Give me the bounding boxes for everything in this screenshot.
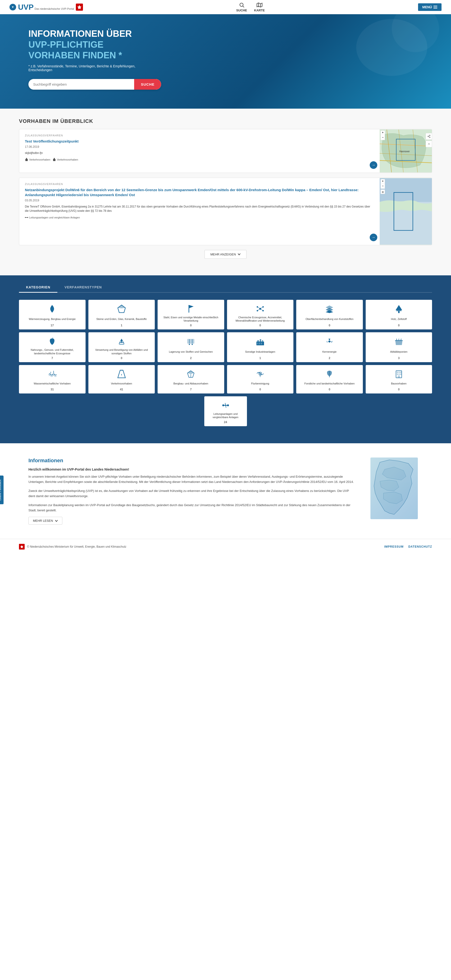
water-icon	[48, 369, 57, 379]
cat-label-0: Wärmeerzeugung, Bergbau und Energie	[28, 316, 76, 323]
card-2-map-svg: + − ⊞	[380, 178, 432, 245]
logo-subtitle-line2: UVP-Portal	[61, 7, 74, 10]
cat-card-11[interactable]: Abfalldeponien 3	[366, 332, 432, 362]
svg-line-2	[243, 6, 244, 7]
cat-card-4[interactable]: Oberflächenbehandlung von Kunststoffen 0	[296, 300, 363, 330]
chevron-down-icon	[238, 253, 241, 255]
card-2-desc: Die TenneT Offshore GmbH, Eisenbahnlängs…	[25, 204, 374, 213]
gem-icon	[186, 369, 195, 379]
search-button[interactable]: SUCHE	[134, 79, 161, 90]
cat-count-9: 1	[259, 356, 261, 360]
footer-datenschutz[interactable]: DATENSCHUTZ	[408, 545, 432, 548]
info-title: Informationen	[29, 458, 356, 464]
card-1-categories: Verkehrsvorhaben Verkehrsvorhaben	[25, 158, 374, 161]
svg-rect-86	[397, 372, 398, 373]
svg-point-27	[429, 137, 430, 138]
cat-count-7: 0	[121, 356, 122, 360]
cat-count-5: 0	[398, 324, 400, 327]
building-cat-icon	[394, 369, 403, 379]
cat-card-5[interactable]: Holz, Zellstoff 0	[366, 300, 432, 330]
cat-count-4: 0	[329, 324, 330, 327]
svg-point-1	[240, 3, 243, 6]
card-1-tag: ZULASSUNGSVERFAHREN	[25, 134, 374, 137]
factory-icon	[256, 336, 265, 347]
mehr-lesen-button[interactable]: MEHR LESEN	[29, 517, 62, 525]
cat-count-6: 7	[51, 356, 53, 360]
cat-card-7[interactable]: Verwertung und Beseitigung von Abfällen …	[88, 332, 155, 362]
svg-rect-5	[434, 6, 437, 6]
mehr-anzeigen-button[interactable]: MEHR ANZEIGEN	[205, 250, 247, 259]
card-2-map: + − ⊞	[380, 178, 432, 245]
share-button[interactable]	[426, 133, 432, 140]
cat-card-10[interactable]: Kernenergie 2	[296, 332, 363, 362]
cat-label-14: Bergbau- und Abbauvorhaben	[173, 381, 209, 387]
cat-card-16[interactable]: Forstliche und landwirtschaftliche Vorha…	[296, 365, 363, 393]
tree-icon	[394, 304, 403, 314]
collapse-button[interactable]	[426, 141, 432, 147]
svg-rect-87	[399, 372, 400, 373]
cat-card-12[interactable]: Wasserwirtschaftliche Vorhaben 31	[19, 365, 86, 393]
svg-rect-59	[398, 311, 400, 313]
category-row-4: Leitungsanlagen und vergleichbare Anlage…	[19, 396, 432, 426]
cat-card-18[interactable]: Leitungsanlagen und vergleichbare Anlage…	[204, 396, 247, 426]
card-2: ZULASSUNGSVERFAHREN Netzanbindungsprojek…	[19, 178, 432, 245]
cat-count-3: 0	[259, 324, 261, 327]
cat-card-3[interactable]: Chemische Erzeugnisse, Arzneimittel, Min…	[227, 300, 294, 330]
cat-label-13: Verkehrsvorhaben	[110, 381, 133, 387]
logo-subtitle-line1: Das niedersächsische	[35, 7, 60, 10]
info-section: Informationen Herzlich willkommen im UVP…	[0, 443, 451, 539]
cat-card-2[interactable]: Stahl, Eisen und sonstige Metalle einsch…	[157, 300, 224, 330]
svg-marker-80	[187, 371, 194, 374]
logo-dropdown-arrow[interactable]: ▼	[10, 4, 16, 10]
card-1-actions	[426, 133, 432, 147]
nav-map[interactable]: KARTE	[254, 2, 265, 12]
svg-rect-71	[261, 342, 262, 344]
logo-uvp: UVP	[18, 3, 33, 11]
card-2-arrow[interactable]: →	[370, 234, 377, 241]
svg-rect-70	[259, 342, 260, 344]
cat-count-2: 0	[190, 324, 192, 327]
tab-verfahrenstypen[interactable]: VERFAHRENSTYPEN	[57, 283, 109, 293]
cat-card-17[interactable]: Bauvorhaben 0	[366, 365, 432, 393]
cat-card-14[interactable]: Bergbau- und Abbauvorhaben 7	[157, 365, 224, 393]
overview-section: VORHABEN IM ÜBERBLICK ZULASSUNGSVERFAHRE…	[0, 109, 451, 275]
cat-card-9[interactable]: Sonstige Industrieanlagen 1	[227, 332, 294, 362]
cat-label-7: Verwertung und Beseitigung von Abfällen …	[90, 348, 153, 355]
cat-card-6[interactable]: Nahrungs-, Genuss- und Futtermittel, lan…	[19, 332, 86, 362]
recycle-icon	[117, 336, 126, 347]
svg-point-25	[429, 135, 430, 136]
tab-kategorien[interactable]: KATEGORIEN	[19, 283, 57, 293]
card-2-title[interactable]: Netzanbindungsprojekt DolWin6 für den Be…	[25, 188, 374, 197]
cat-card-0[interactable]: Wärmeerzeugung, Bergbau und Energie 17	[19, 300, 86, 330]
logo-container: ▼ UVP Das niedersächsische UVP-Portal	[10, 3, 83, 11]
svg-rect-6	[434, 7, 437, 7]
cat-card-8[interactable]: Lagerung von Stoffen und Gemischen 2	[157, 332, 224, 362]
leave-feedback-button[interactable]: Leave Feedback	[0, 476, 3, 504]
eye-plant-icon	[256, 369, 265, 379]
svg-text:⊞: ⊞	[382, 191, 384, 193]
card-2-date: 03.05.2019	[25, 199, 374, 202]
cat-card-13[interactable]: Verkehrsvorhaben 41	[88, 365, 155, 393]
menu-button[interactable]: MENÜ	[418, 3, 441, 11]
svg-text:−: −	[382, 184, 383, 188]
info-subtitle: Herzlich willkommen im UVP-Portal des La…	[29, 468, 356, 471]
svg-line-28	[429, 137, 429, 137]
building2-icon	[52, 158, 56, 161]
info-content: Informationen Herzlich willkommen im UVP…	[29, 458, 356, 525]
mehr-lesen-chevron-icon	[55, 520, 58, 522]
cat-card-15[interactable]: Flurbereinigung 0	[227, 365, 294, 393]
footer-badge	[19, 544, 25, 549]
card-1-title[interactable]: Test Veröffentlichungszeitpunkt	[25, 139, 374, 144]
cat-card-1[interactable]: Steine und Erden, Glas, Keramik, Baustof…	[88, 300, 155, 330]
hero-search-bar: SUCHE	[29, 79, 161, 90]
nav-search[interactable]: SUCHE	[236, 2, 247, 12]
cat-count-0: 17	[51, 324, 54, 327]
cat-label-6: Nahrungs-, Genuss- und Futtermittel, lan…	[21, 348, 84, 355]
footer-impressum[interactable]: IMPRESSUM	[384, 545, 403, 548]
svg-rect-67	[260, 339, 261, 342]
card-1-arrow[interactable]: →	[370, 161, 377, 169]
header-nav: SUCHE KARTE	[236, 2, 265, 12]
svg-rect-11	[54, 158, 55, 159]
search-input[interactable]	[29, 79, 134, 90]
building-icon	[25, 158, 28, 161]
